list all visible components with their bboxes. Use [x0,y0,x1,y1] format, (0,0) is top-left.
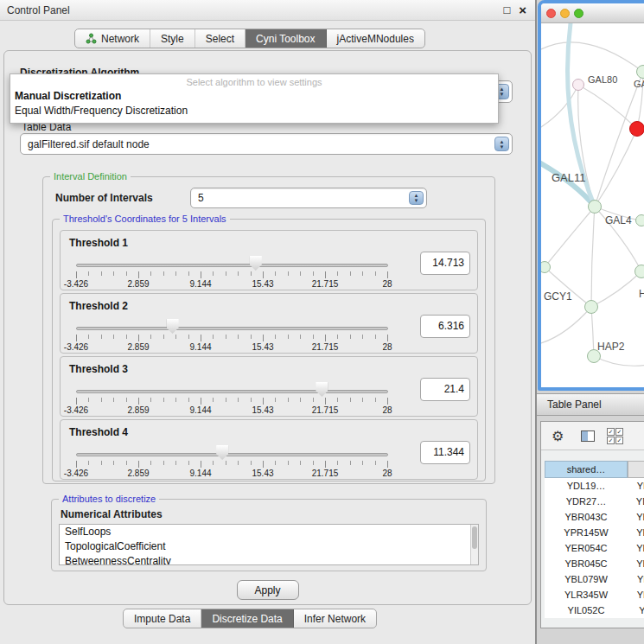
table-cell[interactable]: YBR043C [545,509,628,525]
table-cell[interactable]: YBR045C [545,556,628,571]
control-panel-window: Control Panel □ × NetworkStyleSelectCyni… [0,0,535,644]
tab-network[interactable]: Network [75,29,150,48]
columns-icon[interactable] [581,430,595,442]
table-cell[interactable]: YLR3… [628,587,644,603]
close-icon[interactable]: × [519,2,526,19]
tab-style[interactable]: Style [150,29,195,48]
table-cell[interactable]: YDL19… [545,478,628,494]
scrollbar-thumb[interactable] [472,526,477,549]
table-row[interactable]: YBR043CYBR0… [545,509,644,525]
table-cell[interactable]: YDL1… [628,478,644,494]
network-node[interactable] [635,214,644,226]
attributes-legend: Attributes to discretize [59,494,159,504]
screen: Control Panel □ × NetworkStyleSelectCyni… [0,0,644,644]
attribute-list-item[interactable]: BetweennessCentrality [60,554,478,565]
number-of-intervals-combobox[interactable]: 5 ▲ ▼ [190,188,427,208]
apply-button[interactable]: Apply [236,580,298,600]
slider-thumb[interactable] [250,256,262,271]
table-cell[interactable]: YBL079W [545,571,628,587]
tab-select[interactable]: Select [195,29,245,48]
table-row[interactable]: YLR345WYLR3… [545,587,644,603]
network-node[interactable] [588,200,602,214]
attributes-group: Attributes to discretize Numerical Attri… [51,499,487,571]
stepper-icon[interactable]: ▲ ▼ [494,137,509,151]
table-cell[interactable]: YLR345W [545,587,628,603]
threshold-panel-2: Threshold 2-3.4262.8599.14415.4321.71528… [60,293,478,354]
network-node[interactable] [636,65,644,79]
tab-cyni-toolbox[interactable]: Cyni Toolbox [245,29,326,48]
dropdown-placeholder: Select algorithm to view settings [10,76,498,89]
scrollbar[interactable] [470,525,478,564]
column-header-name[interactable]: n… [628,461,644,478]
slider-track[interactable] [76,327,388,330]
tab-jactivemnodules[interactable]: jActiveMNodules [327,29,424,48]
network-canvas[interactable]: GAL80GAGAL11GAL4GCY1HHAP2 [541,23,644,387]
number-of-intervals-value: 5 [198,188,204,207]
threshold-label: Threshold 1 [69,237,128,249]
tick-label: 21.715 [312,405,339,415]
tick-label: 28 [382,342,392,352]
tick-label: 15.43 [252,342,273,352]
table-cell[interactable]: YPR145W [545,525,628,540]
stepper-icon[interactable]: ▲ ▼ [409,191,424,205]
table-cell[interactable]: YDR2… [628,494,644,509]
tab-label: Cyni Toolbox [256,33,315,45]
tab-impute-data[interactable]: Impute Data [124,609,201,628]
checkbox-grid-icon[interactable]: ✓ ✓ ✓ ✓ [607,428,623,444]
slider-thumb[interactable] [216,445,228,460]
slider-thumb[interactable] [167,319,179,334]
table-cell[interactable]: YIL0… [628,603,644,618]
table-cell[interactable]: YDR27… [545,494,628,509]
table-row[interactable]: YPR145WYPR1… [545,525,644,540]
table-cell[interactable]: YBR0… [628,556,644,571]
slider-major-ticks [76,335,388,341]
algorithm-dropdown-popup: Select algorithm to view settings Manual… [10,73,499,124]
slider-thumb[interactable] [316,382,328,397]
dropdown-option-manual-discretization[interactable]: Manual Discretization [10,89,498,104]
table-row[interactable]: YDR27…YDR2… [545,494,644,509]
network-node[interactable] [634,265,644,278]
network-icon [86,33,97,44]
tick-label: -3.426 [64,279,88,289]
table-cell[interactable]: YBR0… [628,509,644,525]
column-header-shared-name[interactable]: shared… [545,461,628,478]
table-cell[interactable]: YPR1… [628,525,644,540]
threshold-value-field[interactable]: 21.4 [420,378,470,401]
table-cell[interactable]: YBL0… [628,571,644,587]
table-row[interactable]: YDL19…YDL1… [545,478,644,494]
threshold-label: Threshold 2 [69,300,128,312]
table-cell[interactable]: YER0… [628,540,644,556]
minimize-button[interactable] [560,9,570,18]
slider-track[interactable] [76,390,388,393]
dropdown-option-equal-width-frequency[interactable]: Equal Width/Frequency Discretization [10,104,498,118]
network-node[interactable] [629,121,644,137]
table-row[interactable]: YBL079WYBL0… [545,571,644,587]
gear-icon[interactable]: ⚙ [552,428,564,444]
attribute-list-item[interactable]: TopologicalCoefficient [60,539,478,554]
attribute-list-item[interactable]: SelfLoops [60,525,478,539]
tick-label: 9.144 [189,279,211,289]
threshold-value-field[interactable]: 6.316 [420,315,470,338]
threshold-value-field[interactable]: 14.713 [420,252,470,275]
tab-discretize-data[interactable]: Discretize Data [201,609,293,628]
network-node[interactable] [584,300,598,314]
table-cell[interactable]: YIL052C [545,603,628,618]
tick-label: -3.426 [64,469,88,478]
zoom-button[interactable] [574,9,583,18]
threshold-value-field[interactable]: 11.344 [420,441,470,464]
table-row[interactable]: YER054CYER0… [545,540,644,556]
table-toolbar: ⚙ ✓ ✓ ✓ ✓ [541,422,644,450]
float-window-icon[interactable]: □ [503,2,510,19]
slider-track[interactable] [76,264,388,267]
tick-label: 21.715 [312,279,339,289]
attributes-listbox[interactable]: SelfLoopsTopologicalCoefficientBetweenne… [59,524,479,565]
table-row[interactable]: YIL052CYIL0… [545,603,644,618]
table-row[interactable]: YBR045CYBR0… [545,556,644,571]
table-cell[interactable]: YER054C [545,540,628,556]
tab-infer-network[interactable]: Infer Network [294,609,376,628]
slider-track[interactable] [76,453,388,456]
table-data-combobox[interactable]: galFiltered.sif default node ▲ ▼ [20,133,513,155]
close-button[interactable] [546,9,556,18]
threshold-panel-1: Threshold 1-3.4262.8599.14415.4321.71528… [60,230,478,290]
network-node[interactable] [572,79,584,91]
